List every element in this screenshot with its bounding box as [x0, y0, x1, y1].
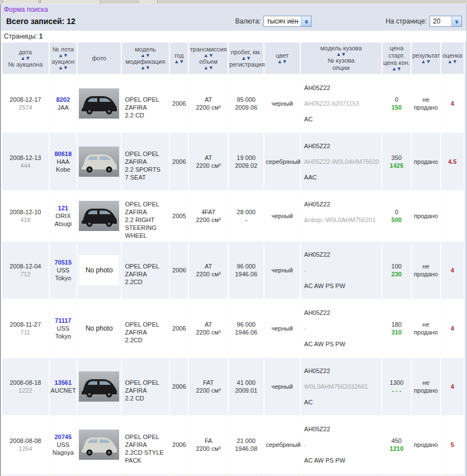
car-photo[interactable]: No photo — [79, 255, 119, 285]
photo-cell — [78, 191, 121, 241]
search-form-link[interactable]: Форма поиска — [4, 6, 48, 13]
color-cell: черный — [265, 242, 299, 299]
photo-cell — [78, 416, 121, 473]
score-cell: 4.5 — [441, 133, 464, 190]
table-row: 2008-12-13 444 80618 HAA Kobe — [2, 133, 464, 190]
sort-arrows-modification[interactable]: ▲▼ — [122, 65, 169, 70]
year-cell: 2005 — [170, 191, 188, 241]
lot-cell: 20745 USS Nagoya — [50, 416, 77, 473]
result-cell: продано — [412, 416, 440, 473]
date-cell: 2008-12-10 418 — [2, 191, 49, 241]
auction-number: 444 — [3, 162, 48, 169]
lot-number-link[interactable]: 13561 — [51, 379, 76, 387]
registration: 2009.02 — [230, 162, 262, 169]
start-price: 450 — [384, 437, 409, 445]
car-year: 2006 — [172, 383, 186, 390]
browser-tab-strip — [0, 0, 467, 4]
per-page-select[interactable]: 20 ∨ — [430, 16, 462, 27]
body-model: AH05Z22 — [304, 309, 380, 317]
sort-arrows-model[interactable]: ▲▼ — [122, 53, 169, 58]
sort-arrows-price[interactable]: ▲▼ — [383, 67, 410, 72]
currency-select[interactable]: тысяч иен ∨ — [263, 16, 312, 27]
date-cell: 2008-12-17 2574 — [2, 75, 49, 132]
mileage-cell: 96 000 1946.06 — [229, 300, 263, 357]
page-number[interactable]: 1 — [39, 32, 43, 40]
lot-number-link[interactable]: 8202 — [51, 96, 76, 103]
sort-arrows-auction[interactable]: ▲▼ — [50, 65, 76, 70]
photo-cell — [78, 358, 121, 415]
result-cell: не продано — [412, 358, 440, 415]
header-label: № кузова — [301, 57, 381, 64]
car-photo[interactable] — [79, 201, 119, 231]
body-model: AH05Z22 — [304, 84, 380, 92]
color-cell: черный — [265, 191, 299, 241]
year-cell: 2006 — [170, 133, 188, 190]
date-cell: 2008-08-08 1264 — [2, 416, 49, 473]
lot-cell: 121 ORIX Atsugi — [50, 191, 77, 241]
car-photo[interactable] — [79, 430, 119, 460]
sort-arrows-year[interactable]: ▲▼ — [171, 59, 187, 64]
car-photo[interactable] — [79, 371, 119, 402]
registration: 1946.06 — [230, 328, 262, 336]
year-cell: 2006 — [170, 358, 188, 415]
transmission: AT — [190, 96, 227, 103]
mileage: 96 000 — [230, 262, 262, 270]
date-cell: 2008-12-04 712 — [2, 242, 49, 299]
header-label: опции — [301, 64, 381, 72]
chevron-down-icon: ∨ — [451, 16, 461, 26]
transmission: AT — [190, 262, 227, 270]
lot-number-link[interactable]: 121 — [51, 204, 76, 212]
lot-cell: 13561 AUCNET — [50, 358, 77, 415]
auction-number: 1264 — [3, 445, 48, 453]
sort-arrows-transmission[interactable]: ▲▼ — [190, 53, 227, 58]
total-records: Всего записей: 12 — [6, 17, 76, 26]
form-link-row: Форма поиска — [1, 4, 466, 14]
mileage-cell: 96 000 1946.06 — [229, 242, 263, 299]
sort-arrows-body-model[interactable]: ▲▼ — [301, 52, 381, 57]
color-cell: серебряный — [265, 416, 299, 473]
col-header-color: цвет ▲▼ — [265, 43, 299, 74]
sort-arrows-mileage[interactable]: ▲▼ — [229, 56, 263, 61]
auction-house: AUCNET — [51, 387, 76, 394]
mileage: 28 000 — [230, 208, 262, 216]
auction-number: 2574 — [3, 103, 48, 111]
body-cell: AH05Z22 - AC AW PS PW — [301, 416, 381, 473]
sort-arrows-date[interactable]: ▲▼ — [3, 56, 48, 61]
lot-number-link[interactable]: 20745 — [51, 433, 76, 441]
options: AC AW PS PW — [304, 282, 380, 290]
lot-number-link[interactable]: 80618 — [51, 150, 76, 158]
options: AC AW PS PW — [304, 340, 380, 348]
auction-grade: 4 — [451, 267, 454, 274]
price-cell: 450 1210 — [383, 416, 411, 473]
body-cell: AH05Z22 &nbsp;-W0L0AHM756201 — [301, 191, 381, 241]
sort-arrows-color[interactable]: ▲▼ — [265, 59, 299, 64]
auction-number: 711 — [3, 328, 48, 336]
final-price: 1210 — [384, 445, 409, 453]
photo-cell — [78, 133, 121, 190]
engine-volume: 2200 см³ — [190, 445, 227, 453]
car-photo[interactable] — [79, 88, 119, 119]
car-color: черный — [272, 267, 293, 274]
lot-number-link[interactable]: 71117 — [51, 317, 76, 324]
body-cell: AH05Z22 AH05Z22-W0L0AHM75620 AAC — [301, 133, 381, 190]
registration: - — [230, 216, 262, 224]
result-cell: не продано — [412, 75, 440, 132]
sort-arrows-volume[interactable]: ▲▼ — [190, 65, 227, 70]
lot-number-link[interactable]: 70515 — [51, 258, 76, 266]
table-row: 2008-11-27 711 71117 USS Tokyo No photo — [2, 300, 464, 357]
sort-arrows-lot[interactable]: ▲▼ — [50, 53, 76, 58]
sort-arrows-score[interactable]: ▲▼ — [442, 59, 463, 64]
body-cell: AH05Z22 W0L0AHM7562032661 AC — [301, 358, 381, 415]
body-model: AH05Z22 — [304, 367, 380, 375]
auction-house: USS Nagoya — [51, 441, 76, 456]
date-cell: 2008-12-13 444 — [2, 133, 49, 190]
transmission: FAT — [190, 379, 227, 387]
car-photo[interactable]: No photo — [79, 313, 119, 343]
lot-cell: 80618 HAA Kobe — [50, 133, 77, 190]
car-photo[interactable] — [79, 147, 119, 177]
model-cell: OPEL OPEL ZAFIRA 2.2 CD — [122, 358, 169, 415]
sort-arrows-result[interactable]: ▲▼ — [412, 59, 439, 64]
auction-grade: 5 — [451, 441, 454, 448]
model-cell: OPEL OPEL ZAFIRA 2.2 SPORTS 7 SEAT — [122, 133, 169, 190]
score-cell: 5 — [441, 416, 464, 473]
